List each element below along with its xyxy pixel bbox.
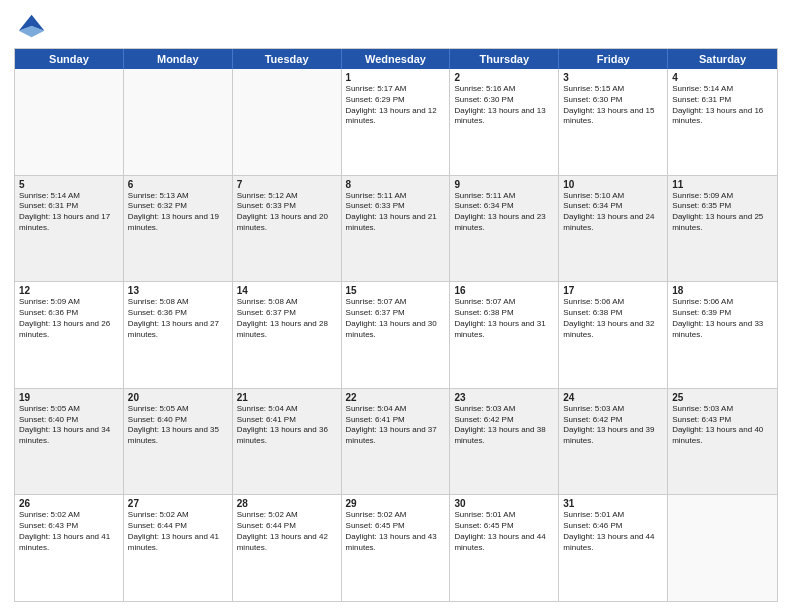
day-info: Sunrise: 5:16 AMSunset: 6:30 PMDaylight:… — [454, 84, 554, 127]
day-number: 29 — [346, 498, 446, 509]
day-cell-28: 28Sunrise: 5:02 AMSunset: 6:44 PMDayligh… — [233, 495, 342, 601]
weekday-header-sunday: Sunday — [15, 49, 124, 69]
day-number: 6 — [128, 179, 228, 190]
day-number: 16 — [454, 285, 554, 296]
day-number: 26 — [19, 498, 119, 509]
day-number: 19 — [19, 392, 119, 403]
day-cell-12: 12Sunrise: 5:09 AMSunset: 6:36 PMDayligh… — [15, 282, 124, 388]
day-number: 31 — [563, 498, 663, 509]
day-cell-10: 10Sunrise: 5:10 AMSunset: 6:34 PMDayligh… — [559, 176, 668, 282]
day-cell-14: 14Sunrise: 5:08 AMSunset: 6:37 PMDayligh… — [233, 282, 342, 388]
calendar-row-4: 26Sunrise: 5:02 AMSunset: 6:43 PMDayligh… — [15, 495, 777, 601]
day-info: Sunrise: 5:01 AMSunset: 6:45 PMDaylight:… — [454, 510, 554, 553]
day-info: Sunrise: 5:17 AMSunset: 6:29 PMDaylight:… — [346, 84, 446, 127]
day-number: 25 — [672, 392, 773, 403]
day-number: 10 — [563, 179, 663, 190]
day-number: 22 — [346, 392, 446, 403]
calendar-header: SundayMondayTuesdayWednesdayThursdayFrid… — [15, 49, 777, 69]
day-number: 9 — [454, 179, 554, 190]
day-info: Sunrise: 5:14 AMSunset: 6:31 PMDaylight:… — [19, 191, 119, 234]
day-info: Sunrise: 5:05 AMSunset: 6:40 PMDaylight:… — [128, 404, 228, 447]
day-number: 17 — [563, 285, 663, 296]
header — [14, 10, 778, 42]
day-info: Sunrise: 5:09 AMSunset: 6:36 PMDaylight:… — [19, 297, 119, 340]
day-number: 2 — [454, 72, 554, 83]
day-cell-1: 1Sunrise: 5:17 AMSunset: 6:29 PMDaylight… — [342, 69, 451, 175]
day-info: Sunrise: 5:11 AMSunset: 6:34 PMDaylight:… — [454, 191, 554, 234]
day-info: Sunrise: 5:14 AMSunset: 6:31 PMDaylight:… — [672, 84, 773, 127]
calendar: SundayMondayTuesdayWednesdayThursdayFrid… — [14, 48, 778, 602]
day-number: 28 — [237, 498, 337, 509]
day-info: Sunrise: 5:05 AMSunset: 6:40 PMDaylight:… — [19, 404, 119, 447]
weekday-header-thursday: Thursday — [450, 49, 559, 69]
day-cell-13: 13Sunrise: 5:08 AMSunset: 6:36 PMDayligh… — [124, 282, 233, 388]
day-number: 15 — [346, 285, 446, 296]
day-info: Sunrise: 5:02 AMSunset: 6:44 PMDaylight:… — [128, 510, 228, 553]
day-cell-26: 26Sunrise: 5:02 AMSunset: 6:43 PMDayligh… — [15, 495, 124, 601]
day-cell-23: 23Sunrise: 5:03 AMSunset: 6:42 PMDayligh… — [450, 389, 559, 495]
calendar-row-0: 1Sunrise: 5:17 AMSunset: 6:29 PMDaylight… — [15, 69, 777, 176]
day-info: Sunrise: 5:04 AMSunset: 6:41 PMDaylight:… — [346, 404, 446, 447]
day-number: 13 — [128, 285, 228, 296]
day-cell-21: 21Sunrise: 5:04 AMSunset: 6:41 PMDayligh… — [233, 389, 342, 495]
day-cell-5: 5Sunrise: 5:14 AMSunset: 6:31 PMDaylight… — [15, 176, 124, 282]
day-number: 7 — [237, 179, 337, 190]
day-cell-20: 20Sunrise: 5:05 AMSunset: 6:40 PMDayligh… — [124, 389, 233, 495]
day-number: 12 — [19, 285, 119, 296]
day-number: 14 — [237, 285, 337, 296]
day-info: Sunrise: 5:03 AMSunset: 6:43 PMDaylight:… — [672, 404, 773, 447]
calendar-row-3: 19Sunrise: 5:05 AMSunset: 6:40 PMDayligh… — [15, 389, 777, 496]
weekday-header-saturday: Saturday — [668, 49, 777, 69]
day-info: Sunrise: 5:10 AMSunset: 6:34 PMDaylight:… — [563, 191, 663, 234]
day-info: Sunrise: 5:07 AMSunset: 6:38 PMDaylight:… — [454, 297, 554, 340]
day-cell-17: 17Sunrise: 5:06 AMSunset: 6:38 PMDayligh… — [559, 282, 668, 388]
day-cell-24: 24Sunrise: 5:03 AMSunset: 6:42 PMDayligh… — [559, 389, 668, 495]
empty-cell — [124, 69, 233, 175]
day-cell-3: 3Sunrise: 5:15 AMSunset: 6:30 PMDaylight… — [559, 69, 668, 175]
day-number: 3 — [563, 72, 663, 83]
day-cell-9: 9Sunrise: 5:11 AMSunset: 6:34 PMDaylight… — [450, 176, 559, 282]
day-cell-8: 8Sunrise: 5:11 AMSunset: 6:33 PMDaylight… — [342, 176, 451, 282]
weekday-header-friday: Friday — [559, 49, 668, 69]
day-info: Sunrise: 5:02 AMSunset: 6:43 PMDaylight:… — [19, 510, 119, 553]
day-number: 18 — [672, 285, 773, 296]
calendar-body: 1Sunrise: 5:17 AMSunset: 6:29 PMDaylight… — [15, 69, 777, 601]
day-info: Sunrise: 5:06 AMSunset: 6:38 PMDaylight:… — [563, 297, 663, 340]
day-info: Sunrise: 5:07 AMSunset: 6:37 PMDaylight:… — [346, 297, 446, 340]
logo-icon — [14, 10, 46, 42]
day-cell-29: 29Sunrise: 5:02 AMSunset: 6:45 PMDayligh… — [342, 495, 451, 601]
day-cell-15: 15Sunrise: 5:07 AMSunset: 6:37 PMDayligh… — [342, 282, 451, 388]
day-info: Sunrise: 5:08 AMSunset: 6:37 PMDaylight:… — [237, 297, 337, 340]
day-cell-22: 22Sunrise: 5:04 AMSunset: 6:41 PMDayligh… — [342, 389, 451, 495]
day-cell-7: 7Sunrise: 5:12 AMSunset: 6:33 PMDaylight… — [233, 176, 342, 282]
weekday-header-wednesday: Wednesday — [342, 49, 451, 69]
day-cell-25: 25Sunrise: 5:03 AMSunset: 6:43 PMDayligh… — [668, 389, 777, 495]
day-info: Sunrise: 5:02 AMSunset: 6:45 PMDaylight:… — [346, 510, 446, 553]
day-number: 5 — [19, 179, 119, 190]
day-number: 20 — [128, 392, 228, 403]
empty-cell — [668, 495, 777, 601]
day-info: Sunrise: 5:03 AMSunset: 6:42 PMDaylight:… — [563, 404, 663, 447]
day-info: Sunrise: 5:13 AMSunset: 6:32 PMDaylight:… — [128, 191, 228, 234]
day-cell-19: 19Sunrise: 5:05 AMSunset: 6:40 PMDayligh… — [15, 389, 124, 495]
weekday-header-tuesday: Tuesday — [233, 49, 342, 69]
empty-cell — [15, 69, 124, 175]
day-cell-27: 27Sunrise: 5:02 AMSunset: 6:44 PMDayligh… — [124, 495, 233, 601]
day-cell-31: 31Sunrise: 5:01 AMSunset: 6:46 PMDayligh… — [559, 495, 668, 601]
day-info: Sunrise: 5:12 AMSunset: 6:33 PMDaylight:… — [237, 191, 337, 234]
logo — [14, 10, 50, 42]
day-info: Sunrise: 5:09 AMSunset: 6:35 PMDaylight:… — [672, 191, 773, 234]
day-number: 30 — [454, 498, 554, 509]
day-info: Sunrise: 5:11 AMSunset: 6:33 PMDaylight:… — [346, 191, 446, 234]
day-cell-4: 4Sunrise: 5:14 AMSunset: 6:31 PMDaylight… — [668, 69, 777, 175]
day-info: Sunrise: 5:03 AMSunset: 6:42 PMDaylight:… — [454, 404, 554, 447]
day-number: 4 — [672, 72, 773, 83]
day-cell-11: 11Sunrise: 5:09 AMSunset: 6:35 PMDayligh… — [668, 176, 777, 282]
day-number: 21 — [237, 392, 337, 403]
day-number: 24 — [563, 392, 663, 403]
day-info: Sunrise: 5:01 AMSunset: 6:46 PMDaylight:… — [563, 510, 663, 553]
day-number: 1 — [346, 72, 446, 83]
day-info: Sunrise: 5:06 AMSunset: 6:39 PMDaylight:… — [672, 297, 773, 340]
day-cell-6: 6Sunrise: 5:13 AMSunset: 6:32 PMDaylight… — [124, 176, 233, 282]
day-info: Sunrise: 5:08 AMSunset: 6:36 PMDaylight:… — [128, 297, 228, 340]
